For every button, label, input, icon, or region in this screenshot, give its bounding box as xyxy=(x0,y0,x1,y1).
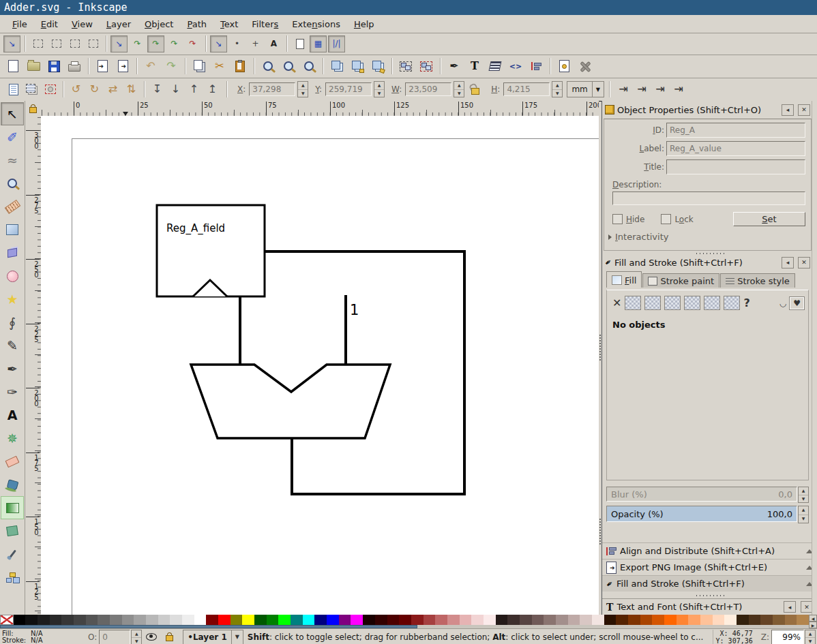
menu-layer[interactable]: Layer xyxy=(100,17,138,31)
canvas[interactable]: Reg_A_field 1 xyxy=(41,116,599,615)
palette-swatch[interactable] xyxy=(773,615,785,625)
vertical-ruler[interactable]: 300275250225200175150125 xyxy=(25,116,42,615)
move-stroke-toggle-button[interactable]: ⇥ xyxy=(615,81,632,98)
snap-grid-button[interactable]: ▦ xyxy=(310,35,327,52)
label-field[interactable] xyxy=(666,141,805,156)
import-button[interactable] xyxy=(93,57,112,76)
palette-swatch[interactable] xyxy=(652,615,664,625)
object-properties-header[interactable]: Object Properties (Shift+Ctrl+O) ◂ ✕ xyxy=(604,102,812,117)
snap-bounding-boxes-button[interactable] xyxy=(29,35,46,52)
move-corners-toggle-button[interactable]: ⇥ xyxy=(634,81,651,98)
title-bar[interactable]: Adder.svg - Inkscape xyxy=(0,0,817,15)
palette-swatch[interactable] xyxy=(50,615,62,625)
redo-button[interactable]: ↷ xyxy=(162,57,181,76)
paint-question-icon[interactable]: ? xyxy=(743,298,749,309)
palette-swatch[interactable] xyxy=(496,615,508,625)
palette-swatch[interactable] xyxy=(363,615,375,625)
w-spinner[interactable]: ▲▼ xyxy=(454,81,464,97)
palette-swatch[interactable] xyxy=(314,615,327,625)
snap-bbox-corners-button[interactable] xyxy=(66,35,83,52)
eraser-tool[interactable] xyxy=(1,450,24,473)
gradient-tool[interactable] xyxy=(1,496,24,519)
tweak-tool[interactable]: ≈ xyxy=(1,149,24,172)
palette-swatch[interactable] xyxy=(278,615,291,625)
rectangle-tool[interactable] xyxy=(1,218,24,241)
fill-stroke-indicator[interactable]: Fill:N/A Stroke:N/A xyxy=(0,630,83,644)
palette-swatch[interactable] xyxy=(0,615,14,625)
palette-swatch[interactable] xyxy=(520,615,532,625)
set-button[interactable]: Set xyxy=(733,212,805,226)
move-gradients-toggle-button[interactable]: ⇥ xyxy=(652,81,669,98)
palette-swatch[interactable] xyxy=(713,615,725,625)
zoom-drawing-button[interactable] xyxy=(279,57,298,76)
zoom-field[interactable] xyxy=(771,630,804,644)
opacity-slider[interactable]: Opacity (%) 100,0 xyxy=(606,506,797,522)
x-field[interactable] xyxy=(249,82,295,96)
paste-button[interactable] xyxy=(231,57,250,76)
undo-button[interactable]: ↶ xyxy=(141,57,160,76)
duplicate-button[interactable] xyxy=(327,57,346,76)
palette-swatch[interactable] xyxy=(98,615,110,625)
palette-swatch[interactable] xyxy=(592,615,604,625)
flip-horizontal-button[interactable]: ⇄ xyxy=(104,81,121,98)
snap-to-paths-button[interactable]: ↷ xyxy=(129,35,146,52)
description-field[interactable] xyxy=(612,191,805,205)
snap-others-button[interactable]: ↘ xyxy=(210,35,227,52)
text-tool[interactable]: A xyxy=(1,403,24,427)
text-dialog-button[interactable]: T xyxy=(465,57,484,76)
palette-swatch[interactable] xyxy=(38,615,50,625)
dock-scrollbar[interactable] xyxy=(812,101,817,615)
palette-swatch[interactable] xyxy=(267,615,279,625)
palette-swatch[interactable] xyxy=(25,615,38,625)
ungroup-button[interactable] xyxy=(417,57,436,76)
palette-swatch[interactable] xyxy=(122,615,134,625)
palette-swatch[interactable] xyxy=(14,615,26,625)
collapse-panel-button[interactable]: ◂ xyxy=(784,601,796,613)
create-clone-button[interactable] xyxy=(348,57,367,76)
close-panel-button[interactable]: ✕ xyxy=(798,104,810,116)
palette-swatch[interactable] xyxy=(206,615,218,625)
constant-one-label[interactable]: 1 xyxy=(350,302,359,318)
ellipse-tool[interactable] xyxy=(1,264,24,288)
connector-tool[interactable] xyxy=(1,566,24,589)
palette-swatch[interactable] xyxy=(387,615,400,625)
mux-shape[interactable] xyxy=(191,365,390,438)
blur-slider[interactable]: Blur (%) 0,0 xyxy=(606,487,797,502)
palette-swatch[interactable] xyxy=(724,615,737,625)
palette-swatch[interactable] xyxy=(640,615,653,625)
lock-checkbox[interactable] xyxy=(661,214,671,224)
dock-bar-fill-stroke[interactable]: ✒ Fill and Stroke (Shift+Ctrl+F) xyxy=(602,575,817,592)
palette-swatch[interactable] xyxy=(182,615,194,625)
spray-tool[interactable]: ✵ xyxy=(1,427,24,450)
palette-swatch[interactable] xyxy=(61,615,74,625)
palette-swatch[interactable] xyxy=(375,615,387,625)
snap-bbox-edge-midpoints-button[interactable] xyxy=(85,35,102,52)
palette-swatch[interactable] xyxy=(242,615,254,625)
menu-view[interactable]: View xyxy=(65,17,100,31)
opacity-field-spinner[interactable]: ▲▼ xyxy=(131,630,142,644)
unlink-clone-button[interactable] xyxy=(368,57,387,76)
zoom-spinner[interactable]: ▲▼ xyxy=(805,630,816,644)
palette-swatch[interactable] xyxy=(532,615,544,625)
mesh-tool[interactable] xyxy=(1,519,24,542)
palette-swatch[interactable] xyxy=(146,615,158,625)
panel-drag-handle[interactable] xyxy=(695,594,725,597)
interactivity-expander[interactable]: Interactivity xyxy=(608,232,811,242)
hide-checkbox[interactable] xyxy=(612,214,623,224)
selector-tool[interactable]: ↖ xyxy=(1,102,24,125)
select-all-layers-button[interactable] xyxy=(23,81,40,98)
palette-swatch[interactable] xyxy=(231,615,243,625)
menu-edit[interactable]: Edit xyxy=(34,17,65,31)
measure-tool[interactable] xyxy=(1,195,24,218)
pen-tool[interactable]: ✒ xyxy=(1,357,24,380)
radial-gradient-button[interactable] xyxy=(664,296,681,310)
palette-scroll-right-button[interactable]: ▶ xyxy=(809,622,817,628)
menu-help[interactable]: Help xyxy=(347,17,381,31)
open-document-button[interactable] xyxy=(24,57,43,76)
palette-swatch[interactable] xyxy=(303,615,315,625)
menu-extensions[interactable]: Extensions xyxy=(285,17,347,31)
units-dropdown[interactable]: mm ▼ xyxy=(567,81,604,97)
palette-swatch[interactable] xyxy=(484,615,496,625)
palette-swatch[interactable] xyxy=(74,615,86,625)
palette-swatch[interactable] xyxy=(194,615,207,625)
